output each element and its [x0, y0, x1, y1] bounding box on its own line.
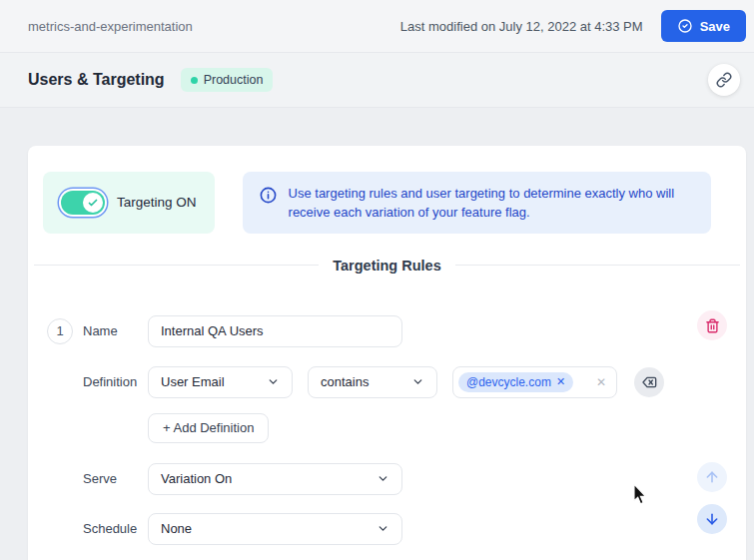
- targeting-toggle-box: Targeting ON: [43, 172, 215, 234]
- arrow-up-icon: [704, 469, 720, 485]
- rule-schedule-row: Schedule None: [28, 513, 746, 545]
- rule-serve-row: Serve Variation On: [28, 463, 746, 495]
- add-definition-button[interactable]: + Add Definition: [148, 413, 269, 443]
- page-title: Users & Targeting: [28, 71, 165, 89]
- targeting-toggle[interactable]: [61, 191, 105, 215]
- environment-badge: Production: [181, 68, 274, 92]
- serve-select[interactable]: Variation On: [148, 463, 402, 495]
- comparator-select-value: contains: [321, 374, 369, 389]
- rule-schedule-label: Schedule: [83, 521, 148, 536]
- screen: metrics-and-experimentation Last modifie…: [0, 0, 754, 560]
- definition-values-input[interactable]: @devcycle.com ✕ ✕: [452, 366, 617, 398]
- link-icon: [716, 72, 732, 88]
- rule-definition-label: Definition: [83, 374, 148, 389]
- environment-dot-icon: [191, 77, 198, 84]
- topbar-right: Last modified on July 12, 2022 at 4:33 P…: [400, 10, 746, 42]
- chip-remove-icon[interactable]: ✕: [556, 375, 565, 388]
- divider-line: [34, 265, 319, 266]
- move-rule-up-button[interactable]: [697, 462, 727, 492]
- backspace-icon: [641, 374, 657, 390]
- rule-number-gutter: 1: [47, 318, 83, 344]
- rule-name-label: Name: [83, 323, 148, 338]
- move-rule-down-button[interactable]: [697, 504, 727, 534]
- save-button[interactable]: Save: [661, 10, 746, 42]
- targeting-card: Targeting ON Use targeting rules and use…: [28, 146, 746, 560]
- property-select[interactable]: User Email: [148, 366, 293, 398]
- serve-select-value: Variation On: [161, 471, 232, 486]
- rule-definition-row: Definition User Email contains @devcycle…: [28, 366, 746, 398]
- topbar: metrics-and-experimentation Last modifie…: [0, 0, 754, 53]
- targeting-status-row: Targeting ON Use targeting rules and use…: [28, 172, 746, 234]
- breadcrumb: metrics-and-experimentation: [28, 19, 193, 34]
- save-button-label: Save: [700, 19, 730, 34]
- targeting-info-box: Use targeting rules and user targeting t…: [243, 172, 711, 234]
- schedule-select-value: None: [161, 521, 192, 536]
- divider-line: [455, 265, 740, 266]
- delete-rule-button[interactable]: [697, 310, 727, 340]
- clear-definition-button[interactable]: [634, 367, 664, 397]
- trash-icon: [705, 318, 720, 333]
- value-chip-label: @devcycle.com: [466, 375, 551, 389]
- info-icon: [259, 183, 278, 205]
- toggle-knob: [83, 193, 103, 213]
- clear-values-icon[interactable]: ✕: [596, 375, 606, 389]
- targeting-toggle-label: Targeting ON: [117, 195, 197, 210]
- chevron-down-icon: [411, 375, 424, 388]
- arrow-down-icon: [704, 511, 720, 527]
- comparator-select[interactable]: contains: [308, 366, 437, 398]
- page-header: Users & Targeting Production: [0, 53, 754, 108]
- rule-name-input[interactable]: [148, 315, 402, 347]
- property-select-value: User Email: [161, 374, 225, 389]
- rule-name-row: 1 Name: [28, 315, 746, 347]
- add-definition-row: + Add Definition: [28, 413, 746, 443]
- chevron-down-icon: [377, 522, 389, 535]
- rule-serve-label: Serve: [83, 471, 148, 486]
- last-modified-text: Last modified on July 12, 2022 at 4:33 P…: [400, 19, 643, 34]
- schedule-select[interactable]: None: [148, 513, 402, 545]
- value-chip: @devcycle.com ✕: [458, 372, 573, 392]
- targeting-rules-divider: Targeting Rules: [34, 258, 740, 274]
- environment-badge-label: Production: [204, 73, 264, 87]
- toggle-check-icon: [87, 197, 99, 209]
- chevron-down-icon: [377, 472, 389, 485]
- rule-number-badge: 1: [47, 318, 73, 344]
- copy-link-button[interactable]: [708, 64, 740, 96]
- chevron-down-icon: [267, 375, 280, 388]
- targeting-info-text: Use targeting rules and user targeting t…: [289, 183, 695, 223]
- targeting-rules-title: Targeting Rules: [333, 258, 441, 274]
- check-circle-icon: [677, 18, 693, 34]
